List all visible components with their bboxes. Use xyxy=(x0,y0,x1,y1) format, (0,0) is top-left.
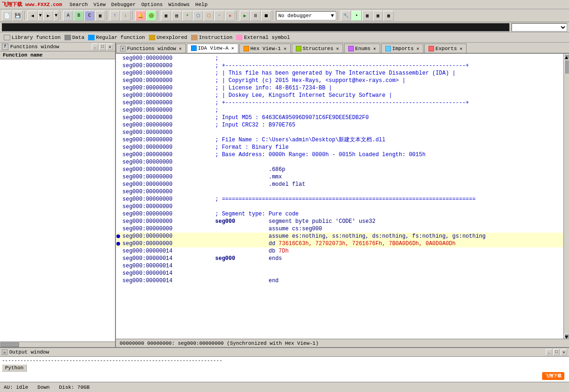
debugger-dropdown[interactable]: No debugger ▼ xyxy=(276,11,336,20)
code-view[interactable]: seg000:00000000 ; seg000:00000000 ; +---… xyxy=(116,54,563,339)
tab-imports-close[interactable]: ✕ xyxy=(416,46,419,51)
menu-search[interactable]: Search xyxy=(67,1,91,8)
tab-functions-window[interactable]: f Functions window ✕ xyxy=(116,44,186,53)
code-line: seg000:00000000 ; xyxy=(116,55,563,62)
output-python-btn[interactable]: Python xyxy=(2,364,27,372)
code-line: seg000:00000000 ; | Copyright (c) 2015 H… xyxy=(116,77,563,84)
legend-library: Library function xyxy=(4,35,61,40)
code-line: seg000:00000000 xyxy=(116,158,563,166)
btn-c[interactable]: C xyxy=(84,11,95,21)
scroll-track[interactable] xyxy=(564,59,569,333)
sidebar-hscroll[interactable] xyxy=(0,342,115,347)
breakpoint-area xyxy=(116,151,121,158)
output-area: o Output window _ □ ✕ ------------------… xyxy=(0,347,569,382)
scroll-thumb[interactable] xyxy=(564,60,569,74)
output-restore-btn[interactable]: □ xyxy=(553,349,560,355)
code-vscrollbar[interactable]: ▲ ▼ xyxy=(563,54,569,339)
menu-windows[interactable]: Windows xyxy=(166,1,192,8)
tab-structures[interactable]: Structures ✕ xyxy=(292,44,343,53)
legend-unexplored-box xyxy=(149,35,155,40)
open-button[interactable]: 💾 xyxy=(13,11,23,21)
btn-o[interactable]: ▪ xyxy=(352,11,362,21)
tab-ida-icon xyxy=(191,45,197,51)
tab-enums-close[interactable]: ✕ xyxy=(373,46,376,51)
breakpoint-area xyxy=(116,270,121,277)
scroll-down-btn[interactable]: ▼ xyxy=(564,334,569,338)
sidebar-scrollbar-area xyxy=(0,341,115,347)
functions-icon: f xyxy=(2,44,8,50)
tab-struct-label: Structures xyxy=(303,46,333,51)
tab-hex-icon xyxy=(243,46,249,51)
btn-k[interactable]: ⬡ xyxy=(204,11,214,21)
new-button[interactable]: 📄 xyxy=(2,11,12,21)
tab-ida-close[interactable]: ✕ xyxy=(231,45,234,51)
output-content[interactable]: ----------------------------------------… xyxy=(0,357,569,382)
run-button[interactable]: ▶ xyxy=(240,11,250,21)
address-input[interactable] xyxy=(2,23,510,32)
btn-h[interactable]: ▤ xyxy=(172,11,182,21)
sidebar-content[interactable] xyxy=(0,59,115,341)
code-line: seg000:00000000 assume es:nothing, ss:no… xyxy=(116,233,563,240)
pause-button[interactable]: ⏸ xyxy=(250,11,261,21)
breakpoint-dot xyxy=(116,242,120,246)
btn-m[interactable]: ✕ xyxy=(225,11,235,21)
addr-history-dropdown[interactable] xyxy=(511,23,567,32)
breakpoint-area xyxy=(116,129,121,136)
breakpoint-area xyxy=(116,225,121,233)
scroll-up-btn[interactable]: ▲ xyxy=(564,54,569,59)
code-line: seg000:00000000 ; Input MD5 : 6463C6A950… xyxy=(116,114,563,121)
sidebar-minimize-btn[interactable]: _ xyxy=(92,44,98,50)
btn-a[interactable]: A xyxy=(63,11,73,21)
tab-imports-icon xyxy=(385,46,391,51)
tab-exports[interactable]: Exports ✕ xyxy=(424,44,467,53)
tab-hex-close[interactable]: ✕ xyxy=(284,46,287,51)
btn-b[interactable]: B xyxy=(74,11,84,21)
btn-l[interactable]: ▪ xyxy=(214,11,224,21)
btn-e[interactable]: 🔔 xyxy=(135,11,146,21)
legend-library-box xyxy=(4,35,10,40)
btn-f[interactable]: 🟢 xyxy=(146,11,156,21)
breakpoint-indicator xyxy=(116,233,121,240)
btn-d[interactable]: ▦ xyxy=(95,11,105,21)
menu-view[interactable]: View xyxy=(90,1,108,8)
back-button[interactable]: ◀ xyxy=(27,11,38,21)
tab-exports-label: Exports xyxy=(435,46,457,51)
menu-debugger[interactable]: Debugger xyxy=(109,1,139,8)
btn-n[interactable]: 🔧 xyxy=(341,11,351,21)
legend-instruction-box xyxy=(191,35,198,40)
output-minimize-btn[interactable]: _ xyxy=(546,349,552,355)
tab-imports[interactable]: Imports ✕ xyxy=(381,44,423,53)
toolbar-sep-3 xyxy=(107,11,109,20)
tab-exports-close[interactable]: ✕ xyxy=(460,46,462,51)
btn-g[interactable]: ▦ xyxy=(161,11,171,21)
dropdown-arrow[interactable]: ▼ xyxy=(38,11,43,21)
code-line: seg000:00000000 ; +---------------------… xyxy=(116,62,563,70)
code-line: seg000:00000014 xyxy=(116,262,563,270)
btn-i[interactable]: + xyxy=(182,11,192,21)
sidebar-close-btn[interactable]: ✕ xyxy=(107,44,113,50)
menu-help[interactable]: Help xyxy=(192,1,210,8)
tab-ida-view[interactable]: IDA View-A ✕ xyxy=(187,44,238,53)
breakpoint-area xyxy=(116,62,121,70)
forward-button[interactable]: ▶ xyxy=(43,11,53,21)
stop-button[interactable]: ⏹ xyxy=(261,11,271,21)
btn-j[interactable]: ⬡ xyxy=(193,11,203,21)
tab-struct-close[interactable]: ✕ xyxy=(336,46,339,51)
tab-enums-label: Enums xyxy=(355,46,371,51)
btn-r[interactable]: ▦ xyxy=(384,11,394,21)
btn-down[interactable]: ↓ xyxy=(121,11,131,21)
tab-enums[interactable]: Enums ✕ xyxy=(344,44,380,53)
tab-functions-close[interactable]: ✕ xyxy=(179,46,182,51)
tab-hex-view[interactable]: Hex View-1 ✕ xyxy=(239,44,291,53)
menu-options[interactable]: Options xyxy=(139,1,166,8)
forward-dropdown[interactable]: ▼ xyxy=(54,11,58,21)
output-close-btn[interactable]: ✕ xyxy=(561,349,567,355)
status-mode: AU: idle xyxy=(4,385,28,390)
sidebar-title: Functions window xyxy=(10,44,91,50)
btn-q[interactable]: ▦ xyxy=(373,11,383,21)
breakpoint-area xyxy=(116,188,121,196)
sidebar-restore-btn[interactable]: □ xyxy=(99,44,106,50)
btn-up[interactable]: ↑ xyxy=(110,11,120,21)
btn-p[interactable]: ▦ xyxy=(362,11,372,21)
menu-bar: 飞翔下载 www.FXXZ.com Search View Debugger O… xyxy=(0,0,569,9)
